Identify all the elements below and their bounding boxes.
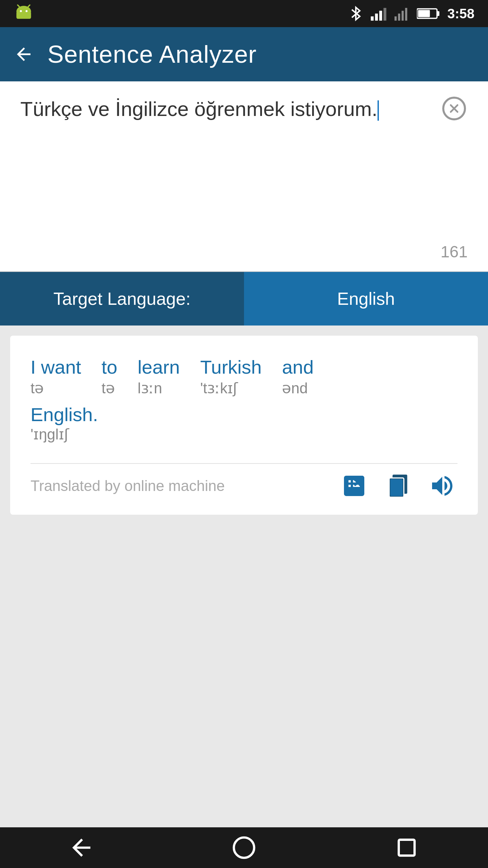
svg-rect-15 <box>437 11 439 16</box>
target-value-button[interactable]: English <box>244 272 488 326</box>
nav-home-button[interactable] <box>230 834 258 861</box>
svg-rect-10 <box>394 16 396 21</box>
phonetic-turkish: 'tɜːkɪʃ <box>200 379 238 397</box>
svg-rect-8 <box>379 11 382 21</box>
edit-button[interactable] <box>339 471 369 501</box>
svg-rect-22 <box>390 479 403 496</box>
clear-button[interactable] <box>441 95 468 122</box>
nav-back-button[interactable] <box>68 834 95 861</box>
svg-rect-9 <box>384 8 386 21</box>
svg-rect-12 <box>402 11 404 21</box>
svg-line-3 <box>28 5 30 7</box>
clear-icon[interactable] <box>442 97 466 120</box>
sentence-phonetic: 'ɪŋglɪʃ <box>30 426 458 443</box>
app-header: Sentence Analyzer <box>0 27 488 81</box>
translated-by: Translated by online machine <box>30 477 225 494</box>
input-section[interactable]: Türkçe ve İngilizce öğrenmek istiyorum. … <box>0 81 488 271</box>
svg-rect-24 <box>399 840 415 856</box>
time-display: 3:58 <box>447 6 474 21</box>
battery-icon <box>417 7 441 20</box>
phonetic-to: tə <box>101 379 115 397</box>
sim-icon <box>393 5 410 22</box>
word-group-turkish: Turkish 'tɜːkɪʃ <box>200 356 262 397</box>
sentence-group: English. 'ɪŋglɪʃ <box>30 403 458 443</box>
phonetic-and: ənd <box>282 379 308 397</box>
sound-icon <box>429 472 456 499</box>
svg-rect-7 <box>375 14 378 21</box>
input-content: Türkçe ve İngilizce öğrenmek istiyorum. <box>20 98 378 120</box>
svg-rect-6 <box>371 16 373 21</box>
copy-icon <box>385 472 412 499</box>
status-bar-left <box>14 3 34 24</box>
svg-point-5 <box>25 10 27 12</box>
phonetic-english: 'ɪŋglɪʃ <box>30 426 69 442</box>
sound-button[interactable] <box>427 471 458 501</box>
target-language-bar: Target Language: English <box>0 271 488 326</box>
svg-rect-16 <box>418 10 430 17</box>
word-row: I want tə to tə learn lɜːn Turkish 'tɜːk… <box>30 356 458 397</box>
cursor <box>378 100 379 121</box>
word-turkish: Turkish <box>200 356 262 378</box>
bluetooth-icon <box>349 5 363 22</box>
edit-icon <box>341 472 368 499</box>
status-bar: 3:58 <box>0 0 488 27</box>
status-bar-icons: 3:58 <box>349 5 474 22</box>
nav-recent-button[interactable] <box>393 834 420 861</box>
nav-bar <box>0 827 488 868</box>
footer-row: Translated by online machine <box>30 471 458 501</box>
svg-rect-11 <box>398 14 400 21</box>
target-label: Target Language: <box>0 272 244 326</box>
word-group-learn: learn lɜːn <box>138 356 180 397</box>
android-icon <box>14 3 34 24</box>
word-group-to: to tə <box>101 356 117 397</box>
divider <box>30 463 458 464</box>
results-section: I want tə to tə learn lɜːn Turkish 'tɜːk… <box>10 336 478 515</box>
svg-point-23 <box>234 837 254 858</box>
word-learn: learn <box>138 356 180 378</box>
input-text[interactable]: Türkçe ve İngilizce öğrenmek istiyorum. <box>20 95 441 123</box>
back-button[interactable] <box>14 44 34 64</box>
sentence-english: English. <box>30 404 98 425</box>
action-buttons <box>339 471 458 501</box>
sentence-word: English. <box>30 403 458 426</box>
svg-line-2 <box>18 5 19 7</box>
phonetic-iwant: tə <box>30 379 44 397</box>
word-and: and <box>282 356 313 378</box>
svg-rect-1 <box>16 12 31 19</box>
word-group-and: and ənd <box>282 356 313 397</box>
signal-icon <box>369 5 386 22</box>
svg-rect-13 <box>405 8 407 21</box>
svg-point-4 <box>20 10 22 12</box>
word-to: to <box>101 356 117 378</box>
phonetic-learn: lɜːn <box>138 379 162 397</box>
char-count: 161 <box>441 242 468 261</box>
word-iwant: I want <box>30 356 81 378</box>
copy-button[interactable] <box>383 471 413 501</box>
app-title: Sentence Analyzer <box>47 40 257 68</box>
word-group-iwant: I want tə <box>30 356 81 397</box>
